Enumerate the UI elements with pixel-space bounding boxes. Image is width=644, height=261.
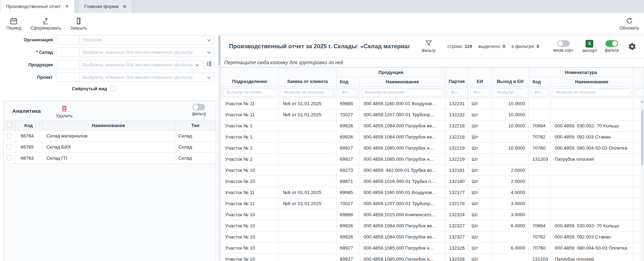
cell[interactable] [529, 165, 551, 176]
cell[interactable] [279, 176, 336, 187]
table-row[interactable]: Участок № 1069927000.4859.1085.000 Патру… [221, 243, 644, 254]
cell[interactable]: 000.4859. 442.000-01 Трубка во… [359, 165, 446, 176]
cell[interactable]: 69871 [336, 176, 359, 187]
analytics-row[interactable]: 66763Склад ГПСклад [4, 153, 216, 164]
col-batch[interactable]: Партия [446, 68, 468, 87]
col-client-request[interactable]: Заявка от клиента [279, 68, 336, 87]
table-row[interactable]: Участок № 1069868000.4859.1015.000 Компе… [221, 209, 644, 220]
delete-button[interactable]: Удалить [56, 105, 73, 118]
tab-main-form[interactable]: Главная форма ✕ [78, 0, 132, 13]
cell[interactable]: 131203 [529, 254, 551, 261]
cell[interactable]: 000.4859.1160.000-01 Воздухов… [359, 98, 446, 109]
cell[interactable] [529, 198, 551, 209]
cell[interactable]: 000.4859.1085.000 Патрубок н… [359, 243, 446, 254]
collapsed-view-checkbox[interactable] [110, 86, 115, 91]
table-row[interactable]: Участок № 11№6 от 01.01.202569985000.485… [221, 98, 644, 109]
warehouse-code-input[interactable] [56, 48, 80, 57]
cell[interactable]: 132231 [446, 98, 468, 109]
filter-input-nomenclature-code[interactable] [531, 89, 548, 96]
cell[interactable]: 66763 [15, 153, 42, 164]
cell[interactable]: 70762 [529, 231, 551, 243]
cell[interactable]: Участок № 10 [221, 220, 279, 231]
refresh-button[interactable]: Обновить [619, 17, 639, 31]
warehouse-combobox[interactable] [80, 48, 214, 57]
cell[interactable] [529, 109, 551, 120]
cell[interactable] [279, 154, 336, 165]
cell[interactable]: 132232 [446, 109, 468, 120]
cell[interactable]: 132178 [446, 198, 468, 209]
analytics-row[interactable]: 66765Склад БИХСклад [4, 142, 216, 153]
analytics-col-code[interactable]: Код [15, 121, 42, 130]
cell[interactable]: 10.0000 [492, 98, 529, 109]
analytics-col-name[interactable]: Наименование [42, 121, 175, 130]
cell[interactable]: 000.4859. 030.002- 70 Кольцо [551, 220, 633, 231]
cell[interactable]: 132180 [446, 176, 468, 187]
chevron-down-icon[interactable] [206, 75, 212, 80]
cell[interactable]: Шт [468, 254, 492, 261]
col-nomenclature-code[interactable]: Код [529, 77, 551, 87]
cell[interactable]: Участок № 1 [221, 154, 279, 165]
cell[interactable]: Шт [468, 109, 492, 120]
cell[interactable] [492, 254, 529, 261]
products-combobox[interactable] [80, 60, 202, 69]
cell[interactable]: Шт [468, 143, 492, 154]
cell[interactable]: 10.0000 [492, 109, 529, 120]
cell[interactable]: 66765 [15, 142, 42, 153]
cell[interactable]: Шт [468, 220, 492, 231]
filter-input-nomenclature-name[interactable] [553, 89, 631, 96]
filter-input-product-name[interactable] [361, 89, 443, 96]
cell[interactable] [529, 187, 551, 198]
cell[interactable]: №6 от 01.01.2025 [279, 98, 336, 109]
cell[interactable]: Шт [468, 198, 492, 209]
cell[interactable]: Шт [468, 165, 492, 176]
row-checkbox[interactable] [7, 155, 12, 160]
cell[interactable]: Участок № 10 [221, 231, 279, 243]
cell[interactable] [551, 109, 633, 120]
tab-production-report[interactable]: Производственный отчет ✕ [0, 0, 75, 13]
organization-input[interactable] [80, 35, 214, 44]
cell[interactable]: 69985 [336, 98, 359, 109]
table-row[interactable]: Участок № 1069871000.4859.1016.000-01 Тр… [221, 176, 644, 187]
cell[interactable]: 69273 [336, 165, 359, 176]
cell[interactable]: 70664 [529, 120, 551, 132]
cell[interactable]: 69926 [336, 220, 359, 231]
cell[interactable]: №6 от 01.01.2025 [279, 109, 336, 120]
scrollbar-thumb[interactable] [641, 110, 643, 166]
analytics-col-type[interactable]: Тип [175, 121, 216, 130]
cell[interactable]: 000.4859.1084.000 Патрубок ве… [359, 231, 446, 243]
cell[interactable]: Участок № 11 [221, 198, 279, 209]
cell[interactable] [551, 209, 633, 220]
cell[interactable] [529, 176, 551, 187]
cell[interactable]: №6 от 01.01.2025 [279, 198, 336, 209]
chevron-down-icon[interactable] [195, 62, 200, 68]
cell[interactable]: 000.4859. 080.004-50-03 Оплетка [551, 243, 633, 254]
cell[interactable]: 132218 [446, 120, 468, 132]
cell[interactable]: Склад ГП [42, 153, 175, 164]
cell[interactable]: 70027 [336, 109, 359, 120]
cell[interactable]: Шт [468, 243, 492, 254]
cell[interactable]: 69927 [336, 243, 359, 254]
cell[interactable]: 70027 [336, 198, 359, 209]
cell[interactable]: 3.0000 [492, 198, 529, 209]
filter-input-extra[interactable] [635, 89, 644, 96]
cell[interactable]: 132327 [446, 220, 468, 231]
cell[interactable]: 000.4859. 080.004-50-03 Оплетка [551, 143, 633, 154]
cell[interactable]: 132177 [446, 187, 468, 198]
cell[interactable]: 132219 [446, 154, 468, 165]
cell[interactable] [279, 220, 336, 231]
cell[interactable] [492, 231, 529, 243]
filter-button[interactable]: Фильтр [422, 40, 435, 53]
cell[interactable]: Участок № 1 [221, 132, 279, 143]
cell[interactable]: Участок № 10 [221, 254, 279, 261]
cell[interactable]: 000.4859.1015.000 Компенсато… [359, 209, 446, 220]
col-unit[interactable]: ЕИ [468, 68, 492, 87]
analytics-row[interactable]: 66764Склад материаловСклад [4, 130, 216, 142]
cell[interactable] [279, 243, 336, 254]
cell[interactable]: 000.4859.1207.000-01 Трубопр… [359, 109, 446, 120]
cell[interactable]: 000.4859.1016.000-01 Трубка п… [359, 176, 446, 187]
cell[interactable]: Участок № 10 [221, 243, 279, 254]
filter-toggle[interactable] [605, 40, 618, 47]
cell[interactable]: Участок № 10 [221, 209, 279, 220]
chevron-down-icon[interactable] [206, 37, 212, 43]
organization-combobox[interactable] [80, 35, 214, 44]
